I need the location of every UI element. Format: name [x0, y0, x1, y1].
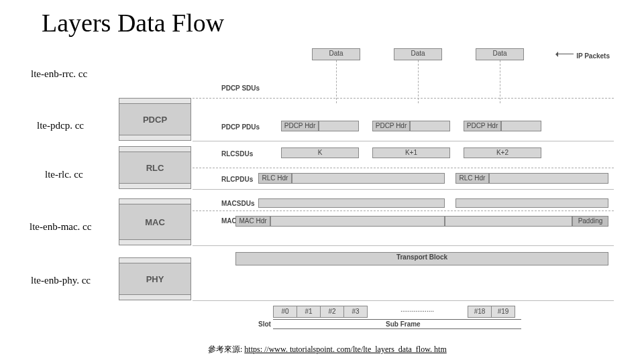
rlc-pdus-label: RLCPDUs: [221, 176, 253, 183]
data-box-0: Data: [313, 49, 360, 58]
slot-2: #2: [320, 306, 344, 318]
file-rlc: lte-rlc. cc: [45, 169, 83, 180]
subframe-label: Sub Frame: [386, 320, 421, 328]
slot-1: #1: [297, 306, 321, 318]
slot-0: #0: [273, 306, 297, 318]
data-box-1: Data: [394, 49, 441, 58]
slot-18: #18: [468, 306, 492, 318]
subframe-row: #0 #1 #2 #3 .................. #18 #19: [273, 306, 515, 318]
page-title: Layers Data Flow: [42, 8, 224, 38]
file-pdcp: lte-pdcp. cc: [37, 120, 84, 131]
layer-rlc: RLC: [119, 152, 191, 184]
layers-figure: Data Data Data IP Packets PDCP SDUs PDCP…: [117, 44, 614, 333]
rlc-sdus-label: RLCSDUs: [221, 150, 253, 158]
rlc-hdr-0: RLC Hdr: [259, 174, 291, 183]
mac-hdr: MAC Hdr: [236, 217, 270, 226]
reference-source: 參考來源: https: //www. tutorialspoint. com/…: [208, 344, 447, 355]
rlcsdu-0: K: [282, 148, 358, 158]
rlcsdu-1: K+1: [373, 148, 449, 158]
pdcp-hdr-1: PDCP Hdr: [373, 121, 409, 131]
reference-link[interactable]: https: //www. tutorialspoint. com/lte/lt…: [244, 345, 446, 354]
file-mac: lte-enb-mac. cc: [30, 221, 91, 233]
file-phy: lte-enb-phy. cc: [31, 275, 91, 286]
layer-phy: PHY: [119, 263, 191, 295]
padding: Padding: [573, 217, 608, 226]
slot-19: #19: [491, 306, 515, 318]
layer-mac: MAC: [119, 204, 191, 240]
ip-packets-label: IP Packets: [576, 52, 610, 60]
pdcp-hdr-0: PDCP Hdr: [282, 121, 318, 131]
transport-block: Transport Block: [236, 253, 608, 262]
rlc-hdr-1: RLC Hdr: [456, 174, 488, 183]
data-box-2: Data: [476, 49, 523, 58]
mac-sdus-label: MACSDUs: [221, 200, 254, 207]
slot-3: #3: [343, 306, 368, 318]
pdcp-sdus-label: PDCP SDUs: [221, 84, 260, 92]
file-rrc: lte-enb-rrc. cc: [31, 68, 87, 80]
layer-pdcp: PDCP: [119, 103, 191, 135]
pdcp-hdr-2: PDCP Hdr: [464, 121, 500, 131]
slot-dots: ..................: [367, 306, 468, 318]
pdcp-pdus-label: PDCP PDUs: [221, 123, 260, 131]
slot-label: Slot: [258, 320, 271, 328]
rlcsdu-2: K+2: [464, 148, 541, 158]
